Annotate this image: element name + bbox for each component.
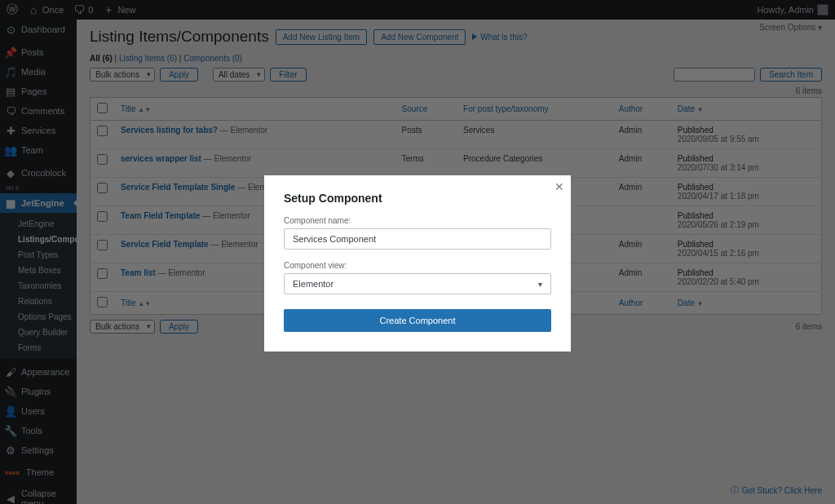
create-component-button[interactable]: Create Component — [284, 309, 551, 332]
modal-overlay[interactable]: ✕ Setup Component Component name: Compon… — [0, 0, 835, 504]
component-view-select[interactable]: Elementor ▾ — [284, 273, 551, 294]
component-name-input[interactable] — [284, 228, 551, 250]
chevron-down-icon: ▾ — [538, 280, 542, 289]
modal-title: Setup Component — [284, 192, 551, 205]
modal-close-button[interactable]: ✕ — [554, 180, 564, 193]
setup-component-modal: ✕ Setup Component Component name: Compon… — [264, 175, 571, 351]
view-label: Component view: — [284, 261, 551, 270]
name-label: Component name: — [284, 216, 551, 225]
